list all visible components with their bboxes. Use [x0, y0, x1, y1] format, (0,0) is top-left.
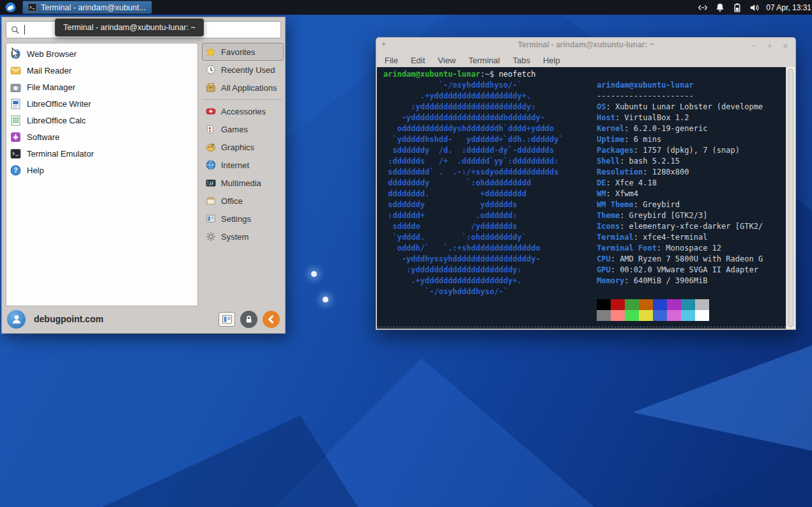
terminal-window-icon [27, 3, 37, 12]
app-item-label: Mail Reader [27, 66, 72, 75]
network-icon[interactable] [698, 3, 708, 13]
neofetch-color-palette [597, 299, 709, 321]
category-item-label: Games [221, 125, 248, 134]
terminal-content[interactable]: arindam@xubuntu-lunar:~$ neofetch `-/osy… [377, 67, 795, 329]
neofetch-ascii-logo: `-/osyhddddhyso/-` .+ydddddddddddddddddd… [383, 80, 563, 297]
palette-color-block [597, 299, 611, 310]
internet-globe-icon [206, 160, 216, 170]
category-item-label: Graphics [221, 143, 254, 152]
category-item-label: Internet [221, 160, 249, 170]
all-applications-icon [206, 82, 216, 93]
menubar-item-terminal[interactable]: Terminal [462, 56, 506, 65]
terminal-scrollbar[interactable] [786, 67, 795, 329]
app-item[interactable]: Web Browser [6, 45, 197, 62]
palette-color-block [639, 299, 653, 310]
category-item[interactable]: Office [202, 192, 284, 210]
category-separator [203, 99, 282, 100]
prompt-user-host: arindam@xubuntu-lunar [383, 70, 480, 79]
text-caret [24, 25, 25, 35]
search-icon [11, 26, 20, 35]
category-item[interactable]: Accessories [202, 102, 284, 120]
neofetch-user-host: arindam@xubuntu-lunar [597, 80, 763, 91]
app-item[interactable]: File Manager [6, 79, 197, 95]
category-item[interactable]: Internet [202, 156, 284, 174]
lock-screen-button[interactable] [240, 311, 257, 328]
palette-color-block [625, 310, 639, 321]
app-item[interactable]: LibreOffice Calc [6, 112, 197, 129]
menubar-item-view[interactable]: View [431, 56, 462, 65]
settings-manager-icon [222, 314, 233, 325]
category-item[interactable]: Games [202, 120, 284, 138]
category-item[interactable]: Graphics [202, 138, 284, 156]
prompt-separator: : [480, 70, 485, 79]
whisker-menu: Web BrowserMail ReaderFile ManagerLibreO… [1, 17, 286, 334]
whisker-menu-button[interactable] [0, 0, 20, 15]
category-item[interactable]: Recently Used [202, 61, 284, 79]
neofetch-info-line: WM Theme: Greybird [597, 199, 763, 210]
office-icon [206, 196, 216, 206]
logout-button[interactable] [263, 311, 280, 328]
close-button[interactable]: × [783, 41, 788, 51]
xubuntu-logo-icon [5, 2, 16, 13]
panel-clock[interactable]: 07 Apr, 13:31 [766, 3, 811, 12]
app-item[interactable]: ?Help [6, 162, 197, 178]
app-item-label: Software [27, 132, 59, 142]
top-panel: Terminal - arindam@xubunt... 07 Apr, 13:… [0, 0, 812, 15]
category-item-label: Favorites [221, 47, 255, 57]
app-item-label: LibreOffice Writer [27, 99, 91, 109]
neofetch-info-line: Resolution: 1280x800 [597, 167, 763, 178]
volume-icon[interactable] [749, 3, 760, 13]
category-item[interactable]: System [202, 228, 284, 246]
menubar-item-help[interactable]: Help [537, 56, 567, 65]
help-icon: ? [10, 165, 21, 176]
menubar-item-file[interactable]: File [378, 56, 404, 65]
neofetch-info-line: Shell: bash 5.2.15 [597, 156, 763, 167]
menubar-item-tabs[interactable]: Tabs [506, 56, 536, 65]
taskbar-window-button[interactable]: Terminal - arindam@xubunt... [22, 1, 152, 14]
category-list: FavoritesRecently UsedAll ApplicationsAc… [202, 43, 284, 246]
palette-color-block [611, 299, 625, 310]
palette-color-block [695, 310, 709, 321]
app-item[interactable]: LibreOffice Writer [6, 95, 197, 112]
favorites-star-icon [206, 47, 216, 57]
file-manager-icon [10, 82, 21, 93]
neofetch-info-line: Terminal Font: Monospace 12 [597, 243, 763, 254]
app-item[interactable]: Terminal Emulator [6, 145, 197, 162]
logout-arrow-icon [266, 314, 277, 325]
username-label: debugpoint.com [34, 314, 103, 324]
category-item[interactable]: Favorites [202, 43, 284, 61]
palette-color-block [611, 310, 625, 321]
neofetch-info-line: Uptime: 6 mins [597, 134, 763, 145]
category-item-label: Settings [221, 214, 251, 224]
libreoffice-calc-icon [10, 115, 21, 126]
taskbar-window-label: Terminal - arindam@xubunt... [41, 3, 146, 12]
app-item[interactable]: Mail Reader [6, 62, 197, 79]
category-item[interactable]: All Applications [202, 79, 284, 97]
settings-manager-button[interactable] [218, 312, 235, 327]
settings-icon [206, 214, 216, 224]
category-item-label: Recently Used [221, 65, 275, 75]
palette-color-block [639, 310, 653, 321]
multimedia-icon [206, 178, 216, 188]
scrollbar-thumb[interactable] [788, 68, 793, 327]
app-item-label: Web Browser [27, 49, 77, 59]
category-item[interactable]: Settings [202, 210, 284, 228]
terminal-menubar: FileEditViewTerminalTabsHelp [376, 53, 795, 67]
palette-color-block [653, 299, 667, 310]
category-item[interactable]: Multimedia [202, 174, 284, 192]
notifications-bell-icon[interactable] [715, 3, 725, 13]
terminal-window: ▾ Terminal - arindam@xubuntu-lunar: ~ − … [376, 37, 796, 330]
palette-color-block [667, 310, 681, 321]
software-icon [10, 132, 21, 143]
menubar-item-edit[interactable]: Edit [404, 56, 431, 65]
wallpaper-dot [323, 297, 328, 302]
app-item[interactable]: Software [6, 129, 197, 145]
neofetch-underline: --------------------- [597, 91, 763, 102]
battery-icon[interactable] [732, 3, 742, 13]
terminal-titlebar[interactable]: ▾ Terminal - arindam@xubuntu-lunar: ~ − … [376, 38, 795, 53]
desktop: { "panel": { "menu_button_icon": "xubunt… [0, 0, 812, 507]
minimize-button[interactable]: − [751, 41, 756, 51]
terminal-emulator-icon [10, 148, 21, 159]
graphics-icon [206, 142, 216, 152]
maximize-button[interactable]: + [767, 41, 772, 51]
